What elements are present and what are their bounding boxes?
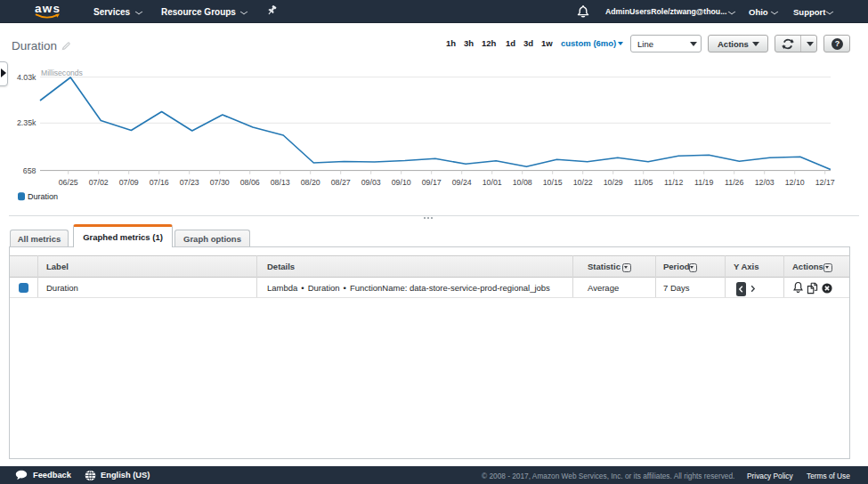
svg-text:10/29: 10/29 [604,178,623,187]
svg-text:12/17: 12/17 [815,178,835,187]
svg-text:08/27: 08/27 [331,178,351,187]
svg-text:11/05: 11/05 [634,178,653,187]
svg-text:07/02: 07/02 [89,178,109,187]
svg-text:08/13: 08/13 [271,178,290,187]
svg-text:08/06: 08/06 [240,178,260,187]
svg-text:12/10: 12/10 [785,178,805,187]
svg-text:09/17: 09/17 [422,178,442,187]
svg-text:2.35k: 2.35k [17,118,37,127]
svg-text:09/03: 09/03 [361,178,381,187]
svg-text:aws: aws [35,2,60,15]
svg-text:09/24: 09/24 [452,178,472,187]
svg-text:Duration: Duration [28,192,58,201]
svg-text:10/22: 10/22 [573,178,593,187]
svg-text:09/10: 09/10 [392,178,411,187]
svg-text:4.03k: 4.03k [17,73,37,82]
svg-text:11/12: 11/12 [664,178,683,187]
svg-text:Milliseconds: Milliseconds [41,69,83,77]
svg-text:07/16: 07/16 [150,178,169,187]
svg-text:11/26: 11/26 [725,178,743,187]
svg-text:10/08: 10/08 [513,178,532,187]
svg-text:07/09: 07/09 [119,178,139,187]
svg-text:10/01: 10/01 [483,178,502,187]
svg-text:658: 658 [23,166,37,175]
svg-text:07/23: 07/23 [180,178,199,187]
svg-text:10/15: 10/15 [543,178,563,187]
svg-text:12/03: 12/03 [755,178,775,187]
svg-text:08/20: 08/20 [301,178,320,187]
svg-text:11/19: 11/19 [694,178,713,187]
svg-text:06/25: 06/25 [59,178,78,187]
svg-text:07/30: 07/30 [210,178,230,187]
